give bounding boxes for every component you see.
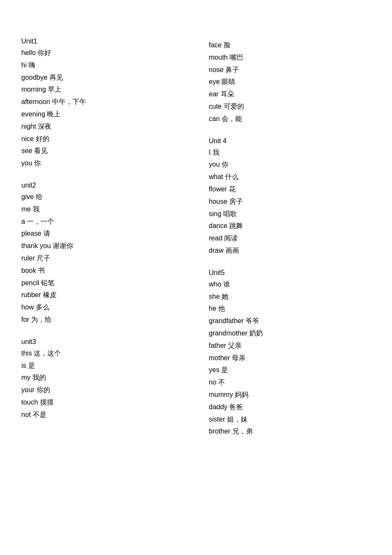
vocab-item: cute 可爱的 [209, 101, 371, 113]
vocab-item: eye 眼睛 [209, 76, 371, 88]
vocab-item: can 会，能 [209, 113, 371, 125]
unit-heading-left-0: Unit1 [21, 38, 183, 45]
vocab-item: rubber 橡皮 [21, 289, 183, 301]
vocab-item: sister 姐，妹 [209, 413, 371, 426]
vocab-item: this 这，这个 [21, 347, 183, 360]
vocab-item: please 请 [21, 228, 183, 240]
vocab-item: a 一，一个 [21, 216, 183, 228]
vocab-item: pencil 铅笔 [21, 277, 183, 289]
vocab-item: father 父亲 [209, 340, 371, 352]
vocab-item: touch 摸摸 [21, 396, 183, 409]
vocab-item: thank you 谢谢你 [21, 240, 183, 252]
vocab-item: yes 是 [209, 364, 371, 376]
unit-heading-left-1: unit2 [21, 182, 183, 189]
right-column: face 脸mouth 嘴巴nose 鼻子eye 眼睛ear 耳朵cute 可爱… [196, 26, 371, 438]
vocab-item: afternoon 中午，下午 [21, 96, 183, 108]
vocab-item: goodbye 再见 [21, 72, 183, 84]
vocab-item: evening 晚上 [21, 108, 183, 121]
vocab-item: book 书 [21, 265, 183, 277]
main-content: Unit1hello 你好hi 嗨goodbye 再见morning 早上aft… [21, 26, 371, 438]
unit-heading-left-2: unit3 [21, 338, 183, 346]
left-column: Unit1hello 你好hi 嗨goodbye 再见morning 早上aft… [21, 26, 196, 438]
vocab-item: mother 母亲 [209, 352, 371, 364]
vocab-item: mouth 嘴巴 [209, 52, 371, 64]
vocab-item: see 看见 [21, 145, 183, 157]
vocab-item: daddy 爸爸 [209, 401, 371, 413]
vocab-item: nice 好的 [21, 133, 183, 145]
vocab-item: dance 跳舞 [209, 220, 371, 232]
vocab-item: grandfather 爷爷 [209, 315, 371, 327]
vocab-item: hello 你好 [21, 47, 183, 59]
vocab-item: you 你 [21, 157, 183, 170]
vocab-item: for 为，给 [21, 314, 183, 326]
vocab-item: is 是 [21, 360, 183, 372]
vocab-item: morning 早上 [21, 84, 183, 96]
vocab-item: ear 耳朵 [209, 88, 371, 101]
vocab-item: your 你的 [21, 384, 183, 396]
vocab-item: what 什么 [209, 171, 371, 183]
vocab-item: you 你 [209, 159, 371, 171]
vocab-item: how 多么 [21, 301, 183, 314]
vocab-item: grandmother 奶奶 [209, 327, 371, 340]
vocab-item: I 我 [209, 147, 371, 159]
vocab-item: face 脸 [209, 39, 371, 52]
vocab-item: brother 兄，弟 [209, 425, 371, 438]
unit-heading-right-1: Unit 4 [209, 137, 371, 145]
vocab-item: read 阅读 [209, 232, 371, 245]
vocab-item: not 不是 [21, 409, 183, 421]
vocab-item: ruler 尺子 [21, 252, 183, 265]
vocab-item: flower 花 [209, 183, 371, 196]
vocab-item: sing 唱歌 [209, 208, 371, 220]
vocab-item: night 深夜 [21, 121, 183, 133]
vocab-item: my 我的 [21, 372, 183, 384]
vocab-item: mummy 妈妈 [209, 389, 371, 401]
vocab-item: hi 嗨 [21, 59, 183, 72]
unit-heading-right-2: Unit5 [209, 269, 371, 277]
vocab-item: draw 画画 [209, 245, 371, 257]
vocab-item: nose 鼻子 [209, 64, 371, 76]
vocab-item: he 他 [209, 303, 371, 315]
vocab-item: who 谁 [209, 278, 371, 291]
vocab-item: give 给 [21, 191, 183, 203]
vocab-item: house 房子 [209, 196, 371, 208]
vocab-item: me 我 [21, 203, 183, 216]
vocab-item: no 不 [209, 376, 371, 389]
vocab-item: she 她 [209, 291, 371, 303]
